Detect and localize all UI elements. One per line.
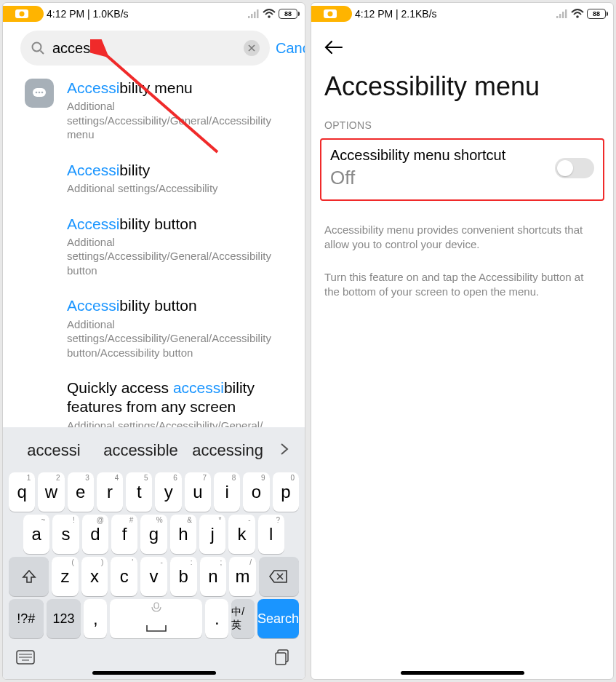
toggle-accessibility-shortcut[interactable] <box>555 158 594 178</box>
suggestion-3[interactable]: accessing <box>184 441 271 460</box>
keyboard: accessi accessible accessing q1w2e3r4t5y… <box>3 427 305 679</box>
keyboard-footer <box>6 640 302 675</box>
suggestions-more[interactable] <box>271 441 297 460</box>
key-n[interactable]: n; <box>200 557 227 596</box>
result-title: Quickly access accessibility features fr… <box>67 378 293 417</box>
svg-rect-14 <box>154 603 159 608</box>
key-w[interactable]: w2 <box>38 472 64 512</box>
search-input[interactable] <box>52 40 236 57</box>
suggestion-2[interactable]: accessible <box>97 441 185 460</box>
setting-title: Accessibility menu shortcut <box>330 147 555 164</box>
svg-rect-26 <box>565 9 567 18</box>
key-r[interactable]: r4 <box>97 472 123 512</box>
signal-icon <box>556 9 568 19</box>
close-icon <box>248 44 255 52</box>
svg-point-6 <box>268 15 271 18</box>
svg-point-22 <box>328 12 333 17</box>
key-d[interactable]: d@ <box>82 515 108 554</box>
key-g[interactable]: g% <box>140 515 167 554</box>
svg-point-27 <box>576 15 579 18</box>
key-a[interactable]: a~ <box>23 515 49 554</box>
numbers-key[interactable]: 123 <box>47 599 81 638</box>
suggestion-1[interactable]: accessi <box>10 441 97 460</box>
setting-accessibility-shortcut[interactable]: Accessibility menu shortcut Off <box>320 138 604 201</box>
help-text-2: Turn this feature on and tap the Accessi… <box>311 270 613 300</box>
period-key[interactable]: . <box>205 599 228 638</box>
key-i[interactable]: i8 <box>214 472 240 512</box>
clear-search-button[interactable] <box>244 40 260 56</box>
key-j[interactable]: j* <box>199 515 225 554</box>
camera-indicator-pill <box>311 6 352 22</box>
svg-point-7 <box>33 43 41 52</box>
key-p[interactable]: p0 <box>273 472 299 512</box>
camera-indicator-pill <box>3 6 44 22</box>
signal-icon <box>248 9 260 19</box>
svg-point-11 <box>39 92 41 94</box>
key-s[interactable]: s! <box>52 515 79 554</box>
search-field[interactable] <box>20 31 270 66</box>
svg-line-8 <box>41 51 44 55</box>
backspace-icon <box>269 569 288 584</box>
search-action-key[interactable]: Search <box>257 599 299 638</box>
chevron-right-icon <box>280 443 289 456</box>
setting-state: Off <box>330 167 555 189</box>
home-indicator[interactable] <box>92 671 216 675</box>
search-result[interactable]: Quickly access accessibility features fr… <box>3 371 305 427</box>
shift-key[interactable] <box>9 557 49 596</box>
section-label-options: OPTIONS <box>311 119 613 138</box>
key-f[interactable]: f# <box>111 515 137 554</box>
space-key[interactable] <box>110 599 202 638</box>
sms-app-icon <box>25 79 54 108</box>
svg-point-10 <box>36 92 38 94</box>
key-o[interactable]: o9 <box>243 472 269 512</box>
search-result[interactable]: Accessibility buttonAdditional settings/… <box>3 289 305 367</box>
backspace-key[interactable] <box>259 557 299 596</box>
svg-rect-4 <box>254 12 256 18</box>
back-button[interactable] <box>324 36 346 60</box>
space-icon <box>145 624 167 633</box>
key-v[interactable]: v- <box>140 557 167 596</box>
search-result[interactable]: Accessibility menuAdditional settings/Ac… <box>3 71 305 149</box>
key-u[interactable]: u7 <box>185 472 211 512</box>
symbols-key[interactable]: !?# <box>9 599 44 638</box>
status-bar: 4:12 PM | 1.0KB/s 88 <box>3 3 305 25</box>
svg-rect-3 <box>251 14 253 18</box>
right-screen-accessibility-menu: 4:12 PM | 2.1KB/s 88 Accessibility <box>311 2 614 680</box>
result-path: Additional settings/Accessibility/Genera… <box>67 317 293 360</box>
result-title: Accessibility <box>67 161 293 180</box>
result-path: Additional settings/Accessibility/Genera… <box>67 419 293 428</box>
key-k[interactable]: k- <box>228 515 255 554</box>
wifi-icon <box>263 9 276 19</box>
page-title: Accessibility menu <box>311 71 613 119</box>
key-c[interactable]: c' <box>111 557 137 596</box>
mic-icon <box>148 602 164 612</box>
key-h[interactable]: h& <box>170 515 196 554</box>
key-y[interactable]: y6 <box>155 472 181 512</box>
svg-rect-23 <box>556 16 559 18</box>
key-m[interactable]: m/ <box>229 557 256 596</box>
language-key[interactable]: 中/英 <box>231 599 255 638</box>
key-l[interactable]: l? <box>258 515 284 554</box>
cancel-button[interactable]: Cancel <box>276 40 305 57</box>
camera-icon <box>323 9 340 19</box>
key-x[interactable]: x) <box>81 557 108 596</box>
search-result[interactable]: AccessibilityAdditional settings/Accessi… <box>3 154 305 203</box>
key-z[interactable]: z( <box>52 557 79 596</box>
key-q[interactable]: q1 <box>9 472 35 512</box>
key-b[interactable]: b: <box>170 557 197 596</box>
svg-point-1 <box>20 12 25 17</box>
camera-icon <box>15 9 32 19</box>
clipboard-icon[interactable] <box>274 649 292 665</box>
key-t[interactable]: t5 <box>126 472 152 512</box>
search-result[interactable]: Accessibility buttonAdditional settings/… <box>3 207 305 285</box>
key-e[interactable]: e3 <box>68 472 94 512</box>
svg-rect-24 <box>559 14 561 18</box>
svg-point-12 <box>41 92 44 94</box>
svg-rect-25 <box>562 12 564 18</box>
wifi-icon <box>571 9 584 19</box>
comma-key[interactable]: , <box>84 599 107 638</box>
status-netspeed: 1.0KB/s <box>93 8 129 20</box>
home-indicator[interactable] <box>401 671 524 675</box>
keyboard-settings-icon[interactable] <box>16 650 35 665</box>
svg-rect-5 <box>257 9 259 18</box>
